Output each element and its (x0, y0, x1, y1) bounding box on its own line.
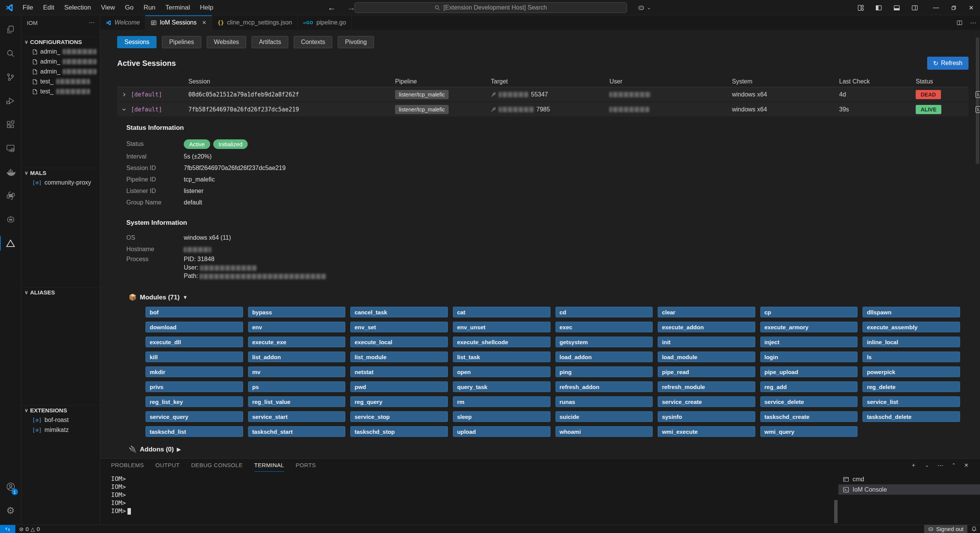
module-button[interactable]: execute_addon (658, 322, 755, 332)
module-button[interactable]: reg_delete (862, 381, 960, 392)
toggle-panel-icon[interactable] (893, 5, 900, 11)
tab-artifacts[interactable]: Artifacts (252, 36, 288, 48)
module-button[interactable]: sysinfo (658, 411, 755, 422)
module-button[interactable]: reg_list_key (145, 396, 243, 407)
module-button[interactable]: exec (555, 322, 653, 332)
close-window-button[interactable]: ✕ (962, 0, 980, 15)
module-button[interactable]: env_set (350, 322, 448, 332)
module-button[interactable]: reg_query (350, 396, 448, 407)
module-button[interactable]: cancel_task (350, 307, 448, 317)
back-arrow-icon[interactable]: ← (328, 3, 336, 12)
iom-extension-icon[interactable] (0, 231, 21, 255)
addons-header[interactable]: 🔌 Addons (0) ▶ (129, 445, 969, 453)
module-button[interactable]: execute_dll (145, 337, 243, 347)
menu-item[interactable]: Go (120, 0, 139, 15)
module-button[interactable]: service_stop (350, 411, 448, 422)
module-button[interactable]: clear (658, 307, 755, 317)
module-button[interactable]: privs (145, 381, 243, 392)
extensions-header[interactable]: ∨ EXTENSIONS (21, 405, 100, 415)
module-button[interactable]: execute_exe (248, 337, 346, 347)
module-button[interactable]: list_addon (248, 352, 346, 362)
module-button[interactable]: execute_armory (760, 322, 858, 332)
module-button[interactable]: runas (555, 396, 653, 407)
tab-output[interactable]: OUTPUT (155, 459, 180, 472)
mal-item[interactable]: [⊘] community-proxy (21, 178, 100, 188)
module-button[interactable]: init (658, 337, 755, 347)
module-button[interactable]: load_addon (555, 352, 653, 362)
module-button[interactable]: upload (453, 426, 550, 437)
terminal-entry-cmd[interactable]: cmd (838, 474, 980, 484)
session-row[interactable]: [default] 7fb58f2646970a26fd26f237dc5ae2… (117, 102, 969, 117)
module-button[interactable]: bypass (248, 307, 346, 317)
configuration-item[interactable]: test_ (21, 87, 100, 96)
module-button[interactable]: execute_assembly (862, 322, 960, 332)
module-button[interactable]: whoami (555, 426, 653, 437)
module-button[interactable]: env (248, 322, 346, 332)
tab-pipelines[interactable]: Pipelines (162, 36, 201, 48)
module-button[interactable]: kill (145, 352, 243, 362)
menu-item[interactable]: Terminal (160, 0, 195, 15)
accounts-icon[interactable]: 1 (0, 475, 21, 499)
configuration-item[interactable]: test_ (21, 77, 100, 87)
module-button[interactable]: mkdir (145, 366, 243, 377)
module-button[interactable]: pipe_upload (760, 366, 858, 377)
tab-welcome[interactable]: Welcome (100, 15, 145, 30)
module-button[interactable]: cat (453, 307, 550, 317)
module-button[interactable]: inject (760, 337, 858, 347)
module-button[interactable]: service_create (658, 396, 755, 407)
terminal-output[interactable]: IOM>IOM>IOM>IOM> IOM> (100, 472, 835, 525)
toggle-sidebar-icon[interactable] (875, 5, 882, 11)
module-button[interactable]: mv (248, 366, 346, 377)
remote-indicator[interactable] (0, 525, 15, 533)
module-button[interactable]: login (760, 352, 858, 362)
module-button[interactable]: download (145, 322, 243, 332)
module-button[interactable]: cd (555, 307, 653, 317)
run-debug-icon[interactable] (0, 89, 21, 113)
settings-gear-icon[interactable]: ⚙ (0, 499, 21, 522)
module-button[interactable]: powerpick (862, 366, 960, 377)
session-row[interactable]: [default] 08d6c05a21512a79a1dfeb9d2a8f26… (117, 87, 969, 102)
module-button[interactable]: dllspawn (862, 307, 960, 317)
module-button[interactable]: taskschd_create (760, 411, 858, 422)
problems-status[interactable]: ⊘ 0 △ 0 (19, 526, 40, 532)
module-button[interactable]: ls (862, 352, 960, 362)
menu-item[interactable]: File (18, 0, 38, 15)
close-panel-icon[interactable]: ✕ (964, 462, 969, 468)
module-button[interactable]: load_module (658, 352, 755, 362)
module-button[interactable]: bof (145, 307, 243, 317)
configuration-item[interactable]: admin_ (21, 57, 100, 67)
new-terminal-icon[interactable]: ＋ (910, 461, 916, 469)
module-button[interactable]: wmi_execute (658, 426, 755, 437)
menu-item[interactable]: Help (195, 0, 218, 15)
source-control-icon[interactable] (0, 65, 21, 89)
docker-icon[interactable] (0, 160, 21, 184)
copilot-menu[interactable]: ⌄ (638, 0, 651, 15)
module-button[interactable]: reg_add (760, 381, 858, 392)
module-button[interactable]: open (453, 366, 550, 377)
tab-websites[interactable]: Websites (207, 36, 247, 48)
module-button[interactable]: pwd (350, 381, 448, 392)
tab-iom-sessions[interactable]: IoM Sessions ✕ (145, 15, 212, 30)
tab-terminal[interactable]: TERMINAL (254, 459, 284, 472)
module-button[interactable]: service_list (862, 396, 960, 407)
tab-cline-mcp-settings[interactable]: {} cline_mcp_settings.json (212, 15, 298, 30)
extension-item[interactable]: [⊘] bof-roast (21, 415, 100, 425)
module-button[interactable]: netstat (350, 366, 448, 377)
aliases-header[interactable]: ∨ ALIASES (21, 287, 100, 297)
module-button[interactable]: refresh_addon (555, 381, 653, 392)
editor-more-icon[interactable]: ⋯ (970, 19, 976, 26)
configurations-header[interactable]: ∨ CONFIGURATIONS (21, 37, 100, 47)
copilot-signed-out[interactable]: Signed out (924, 525, 967, 533)
collapse-chevron-icon[interactable] (117, 107, 131, 112)
extensions-icon[interactable] (0, 113, 21, 136)
module-button[interactable]: rm (453, 396, 550, 407)
module-button[interactable]: taskschd_delete (862, 411, 960, 422)
module-button[interactable]: refresh_module (658, 381, 755, 392)
module-button[interactable]: ps (248, 381, 346, 392)
module-button[interactable]: inline_local (862, 337, 960, 347)
module-button[interactable]: list_module (350, 352, 448, 362)
tab-problems[interactable]: PROBLEMS (111, 459, 144, 472)
mals-header[interactable]: ∨ MALS (21, 168, 100, 178)
tab-pipeline-go[interactable]: ∞GO pipeline.go (298, 15, 352, 30)
module-button[interactable]: service_delete (760, 396, 858, 407)
